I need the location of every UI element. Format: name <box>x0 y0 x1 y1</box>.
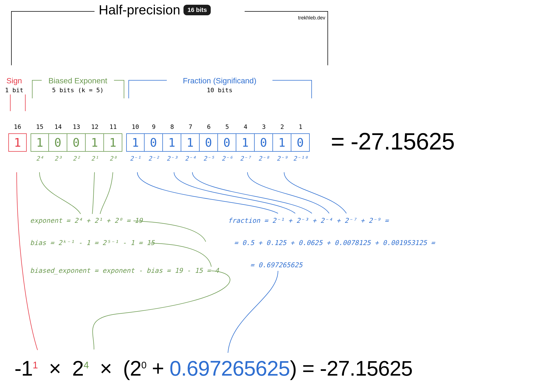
frac-label: Fraction (Significand) <box>183 76 257 85</box>
exp-power-label: 2³ <box>49 155 67 162</box>
exp-power-label: 2² <box>67 155 86 162</box>
fraction-bit-cell: 0 <box>145 133 163 152</box>
exp-sub: 5 bits (k = 5) <box>52 87 103 94</box>
fraction-bit-cell: 0 <box>200 133 218 152</box>
f-mult2: × <box>100 356 112 380</box>
exp-power-label: 2¹ <box>86 155 104 162</box>
frac-power-label: 2⁻⁷ <box>236 155 255 162</box>
frac-power-label: 2⁻⁴ <box>181 155 200 162</box>
f-fraction: 0.697265625 <box>170 356 290 380</box>
f-eq: = <box>302 356 314 380</box>
page-title: Half-precision 16 bits <box>99 2 211 18</box>
frac-power-label: 2⁻⁵ <box>200 155 218 162</box>
sign-left-rule <box>10 94 11 111</box>
bit-index: 4 <box>236 123 255 130</box>
f-neg1: -1 <box>14 356 33 380</box>
title-bracket-left <box>11 11 95 65</box>
f-plus: + <box>152 356 164 380</box>
f-exp-sup: 4 <box>84 360 89 370</box>
bit-index: 10 <box>126 123 145 130</box>
fraction-bit-cell: 1 <box>163 133 181 152</box>
frac-power-label: 2⁻² <box>145 155 163 162</box>
exponent-calc: exponent = 2⁴ + 2¹ + 2⁰ = 19 <box>30 217 143 224</box>
sign-sub: 1 bit <box>5 87 23 94</box>
exponent-bit-cell: 1 <box>104 133 122 152</box>
bit-index: 11 <box>104 123 122 130</box>
f-base2: 2 <box>72 356 83 380</box>
frac-power-label: 2⁻³ <box>163 155 181 162</box>
fraction-bit-cell: 1 <box>126 133 145 152</box>
source-label: trekhleb.dev <box>298 15 325 21</box>
f-result: -27.15625 <box>320 356 413 380</box>
sign-bit-cell: 1 <box>8 133 27 152</box>
frac-sub: 10 bits <box>207 87 233 94</box>
biased-exponent-calc: biased_exponent = exponent - bias = 19 -… <box>30 267 219 274</box>
bit-index: 9 <box>145 123 163 130</box>
title-text: Half-precision <box>99 2 180 18</box>
sign-section-label: Sign 1 bit <box>5 76 23 94</box>
bit-index: 16 <box>8 123 27 130</box>
frac-section-label: Fraction (Significand) 10 bits <box>167 76 272 94</box>
fraction-bit-cell: 0 <box>218 133 236 152</box>
exponent-bit-cell: 1 <box>31 133 49 152</box>
f-open: (2 <box>123 356 142 380</box>
f-sign-sup: 1 <box>33 360 38 370</box>
bias-calc: bias = 2ᵏ⁻¹ - 1 = 2⁵⁻¹ - 1 = 15 <box>30 239 155 247</box>
exponent-bit-cell: 0 <box>67 133 86 152</box>
bit-index: 12 <box>86 123 104 130</box>
f-mult1: × <box>49 356 61 380</box>
bit-index: 13 <box>67 123 86 130</box>
fraction-calc-3: = 0.697265625 <box>250 261 302 269</box>
frac-power-label: 2⁻⁹ <box>273 155 291 162</box>
sign-right-rule <box>25 94 26 111</box>
exp-section-label: Biased Exponent 5 bits (k = 5) <box>42 76 114 94</box>
exponent-bit-cell: 1 <box>86 133 104 152</box>
f-zero-sup: 0 <box>141 360 146 370</box>
exp-label: Biased Exponent <box>48 76 107 85</box>
bits-badge: 16 bits <box>183 5 211 15</box>
fraction-bit-cell: 1 <box>181 133 200 152</box>
fraction-calc-2: = 0.5 + 0.125 + 0.0625 + 0.0078125 + 0.0… <box>234 239 435 247</box>
bit-index: 8 <box>163 123 181 130</box>
fraction-calc-1: fraction = 2⁻¹ + 2⁻³ + 2⁻⁴ + 2⁻⁷ + 2⁻⁹ = <box>228 217 389 224</box>
bit-cells-row: 1100111011001010 <box>8 133 310 152</box>
bit-index: 2 <box>273 123 291 130</box>
frac-power-label: 2⁻⁶ <box>218 155 236 162</box>
exponent-bit-cell: 0 <box>49 133 67 152</box>
fraction-bit-cell: 1 <box>273 133 291 152</box>
bit-index: 15 <box>31 123 49 130</box>
equals-result: = -27.15625 <box>331 128 455 155</box>
frac-power-label: 2⁻¹ <box>126 155 145 162</box>
fraction-bit-cell: 1 <box>236 133 255 152</box>
bit-index: 7 <box>181 123 200 130</box>
sign-label: Sign <box>6 76 22 85</box>
bit-index: 3 <box>255 123 273 130</box>
exp-power-label: 2⁰ <box>104 155 122 162</box>
bit-index: 1 <box>291 123 310 130</box>
frac-power-label: 2⁻⁸ <box>255 155 273 162</box>
final-formula: -11 × 24 × (20 + 0.697265625) = -27.1562… <box>14 356 413 380</box>
fraction-bit-cell: 0 <box>255 133 273 152</box>
bit-index: 5 <box>218 123 236 130</box>
fraction-bit-cell: 0 <box>291 133 310 152</box>
bit-index: 6 <box>200 123 218 130</box>
bit-index: 14 <box>49 123 67 130</box>
frac-power-label: 2⁻¹⁰ <box>291 155 310 162</box>
exp-power-label: 2⁴ <box>31 155 49 162</box>
f-close: ) <box>290 356 297 380</box>
